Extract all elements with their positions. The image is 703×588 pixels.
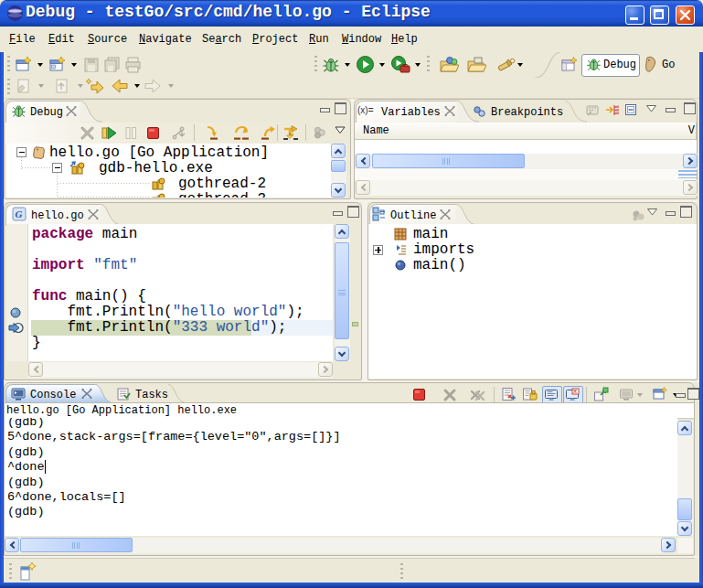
- svg-text:(x)=: (x)=: [357, 105, 374, 115]
- svg-text:G: G: [16, 208, 23, 219]
